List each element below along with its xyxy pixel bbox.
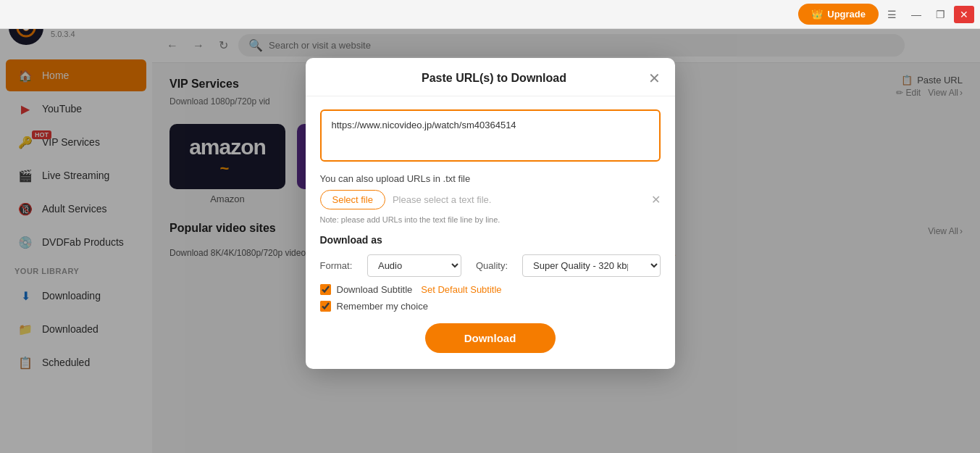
remember-checkbox-row: Remember my choice — [320, 301, 661, 312]
quality-label: Quality: — [476, 260, 508, 271]
subtitle-checkbox[interactable] — [320, 284, 331, 295]
format-label: Format: — [320, 260, 353, 271]
url-input[interactable] — [320, 109, 661, 162]
file-row: Select file Please select a text file. ✕ — [320, 190, 661, 209]
note-text: Note: please add URLs into the text file… — [320, 215, 661, 224]
select-file-button[interactable]: Select file — [320, 190, 385, 209]
quality-select[interactable]: Super Quality - 320 kbpsHigh Quality - 2… — [522, 254, 660, 277]
file-clear-button[interactable]: ✕ — [651, 193, 661, 207]
modal-close-button[interactable]: ✕ — [648, 70, 661, 87]
subtitle-label: Download Subtitle — [337, 284, 413, 295]
subtitle-checkbox-row: Download Subtitle Set Default Subtitle — [320, 284, 661, 295]
set-default-subtitle-link[interactable]: Set Default Subtitle — [421, 284, 501, 295]
crown-icon: 👑 — [811, 9, 823, 20]
restore-button[interactable]: ❐ — [930, 6, 951, 23]
remember-checkbox[interactable] — [320, 301, 331, 312]
format-quality-row: Format: VideoAudio Quality: Super Qualit… — [320, 254, 661, 277]
upgrade-label: Upgrade — [827, 9, 866, 20]
menu-icon-button[interactable]: ☰ — [881, 6, 902, 23]
modal-overlay: Paste URL(s) to Download ✕ You can also … — [0, 0, 980, 453]
modal-body: You can also upload URLs in .txt file Se… — [306, 96, 675, 369]
close-button[interactable]: ✕ — [954, 6, 974, 23]
paste-url-modal: Paste URL(s) to Download ✕ You can also … — [306, 58, 675, 369]
minimize-button[interactable]: — — [905, 6, 927, 23]
file-placeholder: Please select a text file. — [393, 194, 644, 205]
download-button[interactable]: Download — [425, 323, 556, 353]
format-select[interactable]: VideoAudio — [367, 254, 461, 277]
modal-title: Paste URL(s) to Download — [340, 72, 648, 85]
remember-label: Remember my choice — [337, 301, 428, 312]
download-as-title: Download as — [320, 234, 661, 246]
upgrade-button[interactable]: 👑 Upgrade — [798, 4, 879, 25]
upload-label: You can also upload URLs in .txt file — [320, 173, 661, 184]
modal-header: Paste URL(s) to Download ✕ — [306, 58, 675, 96]
